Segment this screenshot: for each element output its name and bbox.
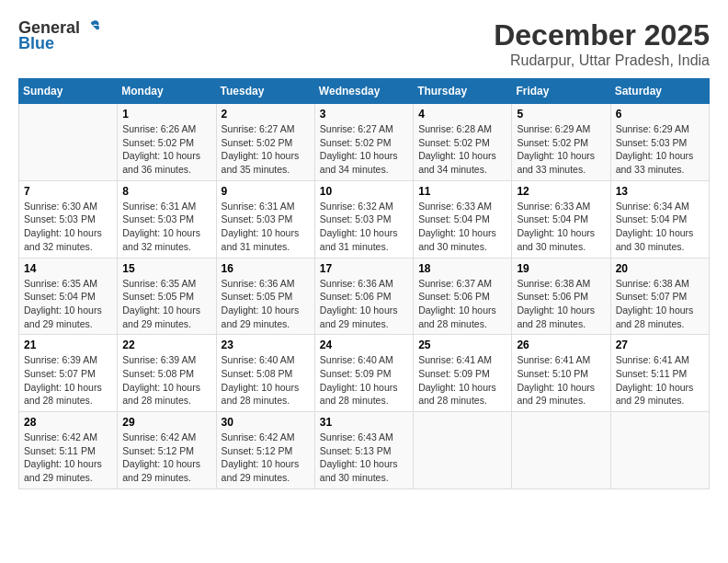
calendar-cell: 17Sunrise: 6:36 AM Sunset: 5:06 PM Dayli…	[314, 258, 413, 335]
day-number: 17	[320, 262, 408, 275]
calendar-cell: 20Sunrise: 6:38 AM Sunset: 5:07 PM Dayli…	[610, 258, 709, 335]
day-number: 21	[24, 339, 112, 351]
calendar-cell: 24Sunrise: 6:40 AM Sunset: 5:09 PM Dayli…	[314, 335, 413, 412]
day-info: Sunrise: 6:27 AM Sunset: 5:02 PM Dayligh…	[222, 122, 310, 177]
week-row-2: 7Sunrise: 6:30 AM Sunset: 5:03 PM Daylig…	[19, 180, 710, 258]
calendar-cell: 3Sunrise: 6:27 AM Sunset: 5:02 PM Daylig…	[314, 104, 413, 181]
calendar-table: SundayMondayTuesdayWednesdayThursdayFrid…	[18, 78, 710, 489]
day-number: 26	[517, 339, 605, 351]
day-number: 6	[616, 108, 704, 121]
day-info: Sunrise: 6:36 AM Sunset: 5:06 PM Dayligh…	[320, 277, 408, 331]
day-info: Sunrise: 6:43 AM Sunset: 5:13 PM Dayligh…	[320, 431, 408, 485]
calendar-cell: 12Sunrise: 6:33 AM Sunset: 5:04 PM Dayli…	[512, 180, 610, 258]
day-info: Sunrise: 6:39 AM Sunset: 5:08 PM Dayligh…	[122, 353, 210, 408]
day-info: Sunrise: 6:41 AM Sunset: 5:09 PM Dayligh…	[418, 353, 506, 408]
calendar-cell: 31Sunrise: 6:43 AM Sunset: 5:13 PM Dayli…	[314, 412, 413, 489]
day-info: Sunrise: 6:37 AM Sunset: 5:06 PM Dayligh…	[418, 277, 506, 331]
calendar-cell: 23Sunrise: 6:40 AM Sunset: 5:08 PM Dayli…	[216, 335, 314, 412]
calendar-cell	[610, 412, 709, 489]
day-number: 18	[418, 262, 506, 275]
day-info: Sunrise: 6:31 AM Sunset: 5:03 PM Dayligh…	[122, 200, 210, 254]
header-wednesday: Wednesday	[314, 79, 413, 104]
title-area: December 2025 Rudarpur, Uttar Pradesh, I…	[494, 18, 710, 69]
day-number: 27	[616, 339, 704, 351]
day-number: 12	[517, 185, 605, 198]
header-thursday: Thursday	[414, 79, 512, 104]
logo-bird-icon	[82, 17, 102, 38]
day-number: 8	[122, 185, 210, 198]
calendar-cell	[19, 104, 118, 181]
calendar-cell: 14Sunrise: 6:35 AM Sunset: 5:04 PM Dayli…	[19, 258, 118, 335]
day-info: Sunrise: 6:27 AM Sunset: 5:02 PM Dayligh…	[320, 122, 408, 177]
day-info: Sunrise: 6:34 AM Sunset: 5:04 PM Dayligh…	[616, 200, 704, 254]
calendar-cell: 21Sunrise: 6:39 AM Sunset: 5:07 PM Dayli…	[19, 335, 118, 412]
calendar-cell: 7Sunrise: 6:30 AM Sunset: 5:03 PM Daylig…	[19, 180, 118, 258]
header-friday: Friday	[512, 79, 610, 104]
calendar-header-row: SundayMondayTuesdayWednesdayThursdayFrid…	[19, 79, 710, 104]
day-number: 10	[320, 185, 408, 198]
week-row-3: 14Sunrise: 6:35 AM Sunset: 5:04 PM Dayli…	[19, 258, 710, 335]
day-info: Sunrise: 6:33 AM Sunset: 5:04 PM Dayligh…	[517, 200, 605, 254]
day-number: 25	[418, 339, 506, 351]
day-info: Sunrise: 6:26 AM Sunset: 5:02 PM Dayligh…	[122, 122, 210, 177]
day-number: 11	[418, 185, 506, 198]
day-number: 30	[222, 416, 310, 429]
week-row-4: 21Sunrise: 6:39 AM Sunset: 5:07 PM Dayli…	[19, 335, 710, 412]
week-row-1: 1Sunrise: 6:26 AM Sunset: 5:02 PM Daylig…	[19, 104, 710, 181]
calendar-cell: 13Sunrise: 6:34 AM Sunset: 5:04 PM Dayli…	[610, 180, 709, 258]
week-row-5: 28Sunrise: 6:42 AM Sunset: 5:11 PM Dayli…	[19, 412, 710, 489]
day-info: Sunrise: 6:39 AM Sunset: 5:07 PM Dayligh…	[24, 353, 112, 408]
day-number: 13	[616, 185, 704, 198]
calendar-cell: 9Sunrise: 6:31 AM Sunset: 5:03 PM Daylig…	[216, 180, 314, 258]
page-header: General Blue December 2025 Rudarpur, Utt…	[18, 18, 710, 69]
day-number: 4	[418, 108, 506, 121]
day-number: 1	[122, 108, 210, 121]
day-info: Sunrise: 6:38 AM Sunset: 5:06 PM Dayligh…	[517, 277, 605, 331]
calendar-cell: 25Sunrise: 6:41 AM Sunset: 5:09 PM Dayli…	[414, 335, 512, 412]
calendar-cell: 4Sunrise: 6:28 AM Sunset: 5:02 PM Daylig…	[414, 104, 512, 181]
day-info: Sunrise: 6:33 AM Sunset: 5:04 PM Dayligh…	[418, 200, 506, 254]
calendar-cell: 15Sunrise: 6:35 AM Sunset: 5:05 PM Dayli…	[118, 258, 216, 335]
calendar-cell: 1Sunrise: 6:26 AM Sunset: 5:02 PM Daylig…	[118, 104, 216, 181]
day-info: Sunrise: 6:40 AM Sunset: 5:09 PM Dayligh…	[320, 353, 408, 408]
calendar-cell: 29Sunrise: 6:42 AM Sunset: 5:12 PM Dayli…	[118, 412, 216, 489]
day-info: Sunrise: 6:28 AM Sunset: 5:02 PM Dayligh…	[418, 122, 506, 177]
day-number: 16	[222, 262, 310, 275]
day-info: Sunrise: 6:35 AM Sunset: 5:04 PM Dayligh…	[24, 277, 112, 331]
day-info: Sunrise: 6:41 AM Sunset: 5:10 PM Dayligh…	[517, 353, 605, 408]
calendar-cell	[512, 412, 610, 489]
calendar-cell: 10Sunrise: 6:32 AM Sunset: 5:03 PM Dayli…	[314, 180, 413, 258]
calendar-cell: 11Sunrise: 6:33 AM Sunset: 5:04 PM Dayli…	[414, 180, 512, 258]
day-number: 24	[320, 339, 408, 351]
calendar-cell: 26Sunrise: 6:41 AM Sunset: 5:10 PM Dayli…	[512, 335, 610, 412]
day-number: 14	[24, 262, 112, 275]
day-number: 19	[517, 262, 605, 275]
day-info: Sunrise: 6:42 AM Sunset: 5:11 PM Dayligh…	[24, 431, 112, 485]
day-number: 7	[24, 185, 112, 198]
day-number: 5	[517, 108, 605, 121]
day-number: 3	[320, 108, 408, 121]
calendar-cell: 22Sunrise: 6:39 AM Sunset: 5:08 PM Dayli…	[118, 335, 216, 412]
logo: General Blue	[18, 18, 102, 53]
day-number: 28	[24, 416, 112, 429]
logo-blue-text: Blue	[18, 34, 54, 53]
day-info: Sunrise: 6:42 AM Sunset: 5:12 PM Dayligh…	[222, 431, 310, 485]
day-info: Sunrise: 6:30 AM Sunset: 5:03 PM Dayligh…	[24, 200, 112, 254]
day-info: Sunrise: 6:32 AM Sunset: 5:03 PM Dayligh…	[320, 200, 408, 254]
calendar-cell: 30Sunrise: 6:42 AM Sunset: 5:12 PM Dayli…	[216, 412, 314, 489]
calendar-cell: 28Sunrise: 6:42 AM Sunset: 5:11 PM Dayli…	[19, 412, 118, 489]
calendar-cell: 2Sunrise: 6:27 AM Sunset: 5:02 PM Daylig…	[216, 104, 314, 181]
day-number: 29	[122, 416, 210, 429]
calendar-cell	[414, 412, 512, 489]
calendar-cell: 16Sunrise: 6:36 AM Sunset: 5:05 PM Dayli…	[216, 258, 314, 335]
calendar-cell: 27Sunrise: 6:41 AM Sunset: 5:11 PM Dayli…	[610, 335, 709, 412]
day-info: Sunrise: 6:38 AM Sunset: 5:07 PM Dayligh…	[616, 277, 704, 331]
day-info: Sunrise: 6:40 AM Sunset: 5:08 PM Dayligh…	[222, 353, 310, 408]
header-saturday: Saturday	[610, 79, 709, 104]
header-monday: Monday	[118, 79, 216, 104]
header-sunday: Sunday	[19, 79, 118, 104]
calendar-cell: 6Sunrise: 6:29 AM Sunset: 5:03 PM Daylig…	[610, 104, 709, 181]
day-info: Sunrise: 6:36 AM Sunset: 5:05 PM Dayligh…	[222, 277, 310, 331]
calendar-cell: 8Sunrise: 6:31 AM Sunset: 5:03 PM Daylig…	[118, 180, 216, 258]
day-number: 31	[320, 416, 408, 429]
